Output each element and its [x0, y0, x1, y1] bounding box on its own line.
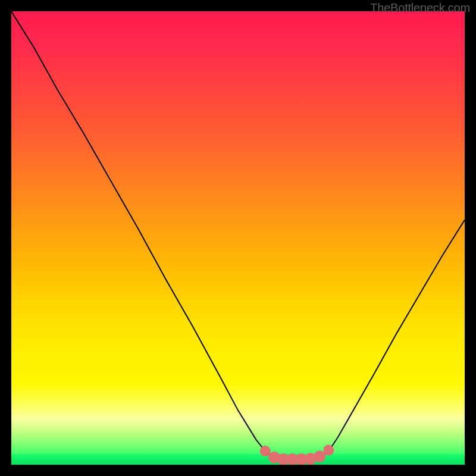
- watermark-text: TheBottleneck.com: [370, 1, 470, 15]
- chart-frame: [11, 11, 465, 465]
- optimal-marker: [323, 445, 334, 456]
- bottleneck-curve: [11, 11, 465, 460]
- optimal-marker: [260, 446, 271, 456]
- optimal-markers: [260, 445, 334, 465]
- curve-svg: [11, 11, 465, 465]
